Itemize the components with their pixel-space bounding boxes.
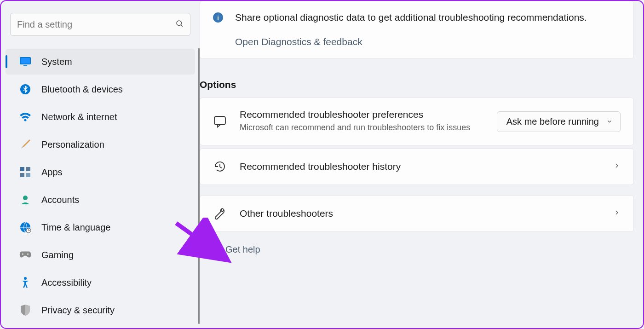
option-troubleshooter-history[interactable]: Recommended troubleshooter history: [200, 148, 634, 185]
option-title: Recommended troubleshooter history: [240, 161, 600, 172]
sidebar-item-time-language[interactable]: Time & language: [6, 214, 195, 240]
sidebar-item-personalization[interactable]: Personalization: [6, 132, 195, 157]
sidebar-item-accounts[interactable]: Accounts: [6, 187, 195, 213]
chat-icon: [213, 115, 227, 128]
svg-rect-4: [23, 65, 27, 66]
svg-rect-3: [21, 58, 30, 63]
wrench-icon: [213, 207, 227, 220]
open-diagnostics-link[interactable]: Open Diagnostics & feedback: [235, 36, 621, 47]
apps-icon: [19, 166, 31, 178]
diagnostic-info-text: Share optional diagnostic data to get ad…: [235, 11, 587, 24]
sidebar-item-apps[interactable]: Apps: [6, 159, 195, 185]
svg-rect-8: [26, 167, 30, 171]
wifi-icon: [19, 111, 31, 123]
sidebar-scrollbar[interactable]: [198, 48, 200, 324]
sidebar: System Bluetooth & devices Network & int…: [1, 1, 200, 328]
help-icon: ?: [202, 243, 214, 257]
sidebar-item-network[interactable]: Network & internet: [6, 104, 195, 130]
svg-point-11: [23, 196, 28, 200]
main-content: i Share optional diagnostic data to get …: [200, 1, 643, 328]
sidebar-item-label: System: [41, 57, 72, 67]
svg-rect-9: [20, 173, 24, 177]
option-title: Other troubleshooters: [240, 208, 600, 219]
sidebar-item-label: Personalization: [41, 139, 104, 150]
bluetooth-icon: [19, 83, 31, 95]
chevron-right-icon: [613, 209, 621, 218]
option-title: Recommended troubleshooter preferences: [240, 109, 484, 120]
history-icon: [213, 160, 227, 173]
dropdown-value: Ask me before running: [506, 116, 599, 127]
gamepad-icon: [19, 249, 31, 261]
svg-text:?: ?: [210, 250, 212, 254]
svg-line-22: [220, 167, 222, 168]
sidebar-item-label: Apps: [41, 167, 63, 178]
monitor-icon: [19, 56, 31, 68]
sidebar-item-label: Gaming: [41, 250, 74, 260]
svg-rect-20: [214, 116, 225, 125]
option-description: Microsoft can recommend and run troubles…: [240, 122, 484, 133]
sidebar-item-privacy[interactable]: Privacy & security: [6, 297, 195, 323]
sidebar-item-label: Accounts: [41, 195, 79, 205]
sidebar-item-label: Privacy & security: [41, 305, 115, 316]
chevron-down-icon: [606, 116, 613, 127]
options-heading: Options: [200, 79, 634, 90]
person-icon: [19, 194, 31, 206]
sidebar-item-bluetooth[interactable]: Bluetooth & devices: [6, 76, 195, 102]
svg-point-17: [22, 254, 23, 255]
chevron-right-icon: [613, 162, 621, 171]
sidebar-item-system[interactable]: System: [6, 49, 195, 75]
shield-icon: [19, 304, 31, 316]
search-input[interactable]: [17, 19, 175, 30]
accessibility-icon: [19, 277, 31, 289]
svg-point-18: [27, 254, 29, 255]
sidebar-item-label: Accessibility: [41, 277, 92, 288]
search-icon: [175, 19, 184, 29]
svg-rect-7: [20, 167, 24, 171]
info-icon: i: [213, 12, 223, 23]
sidebar-item-accessibility[interactable]: Accessibility: [6, 270, 195, 295]
svg-point-6: [24, 119, 27, 121]
svg-point-0: [177, 21, 182, 26]
preferences-dropdown[interactable]: Ask me before running: [497, 111, 621, 132]
sidebar-item-label: Bluetooth & devices: [41, 84, 123, 95]
sidebar-item-label: Network & internet: [41, 112, 117, 122]
get-help-row: ? Get help: [200, 235, 634, 257]
globe-clock-icon: [19, 221, 31, 233]
option-troubleshooter-preferences[interactable]: Recommended troubleshooter preferences M…: [200, 98, 634, 145]
svg-point-19: [24, 277, 27, 280]
brush-icon: [19, 139, 31, 150]
search-box[interactable]: [10, 13, 190, 36]
sidebar-item-label: Time & language: [41, 222, 110, 233]
get-help-link[interactable]: Get help: [225, 244, 260, 255]
sidebar-item-gaming[interactable]: Gaming: [6, 242, 195, 268]
svg-line-1: [181, 25, 182, 26]
sidebar-nav: System Bluetooth & devices Network & int…: [1, 48, 200, 324]
diagnostic-info-card: i Share optional diagnostic data to get …: [200, 1, 634, 59]
option-other-troubleshooters[interactable]: Other troubleshooters: [200, 195, 634, 232]
svg-rect-10: [26, 173, 30, 177]
